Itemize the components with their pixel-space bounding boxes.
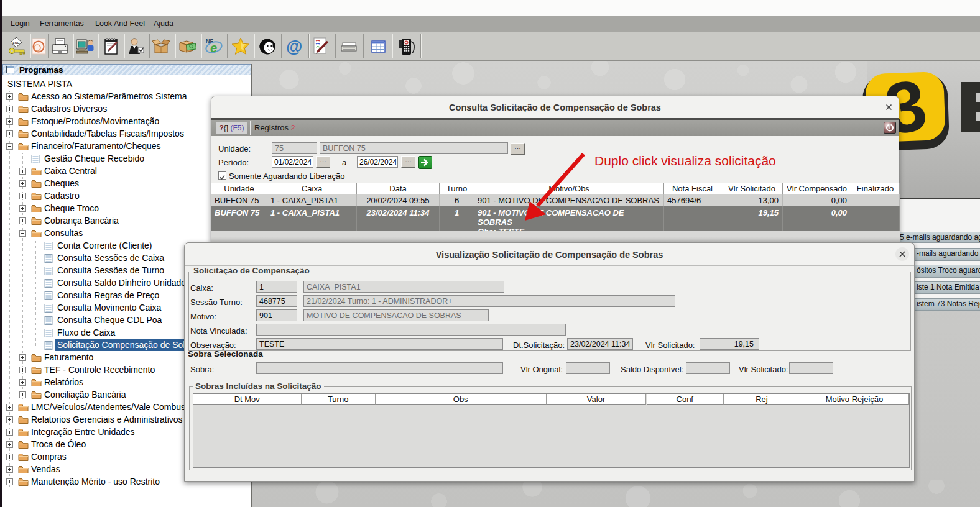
svg-text:e: e: [210, 41, 217, 55]
svg-text:@: @: [286, 37, 302, 56]
svg-text:LOG: LOG: [13, 41, 20, 45]
